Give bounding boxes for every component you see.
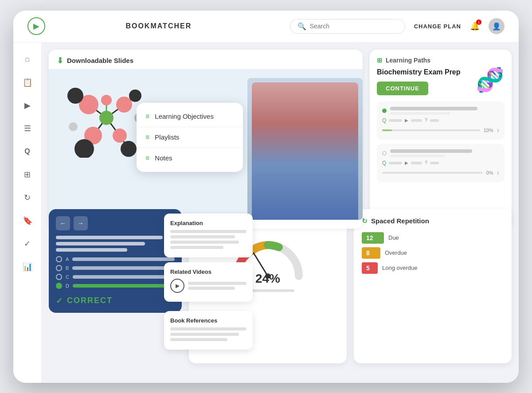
svg-point-11 [116, 97, 132, 113]
sidebar-item-check[interactable]: ✓ [18, 234, 37, 253]
related-videos-card: Related Videos ▶ [164, 262, 253, 302]
option-label-d: D [66, 283, 69, 288]
notes-label: Notes [155, 154, 172, 162]
learning-paths-panel: ⊞ Learning Paths Biochemistry Exam Prep … [370, 50, 512, 229]
sr-overdue-label: Overdue [385, 249, 407, 256]
main-layout: ⌂ 📋 ▶ ☰ Q ⊞ ↻ 🔖 ✓ 📊 ⬇ Downloadable Slide… [13, 43, 519, 383]
search-bar[interactable]: 🔍 [290, 19, 405, 34]
correct-badge: ✓ CORRECT [56, 296, 175, 306]
quiz-question-lines [56, 236, 175, 252]
option-circle-c [56, 274, 62, 280]
explanation-line-1 [170, 230, 246, 233]
sr-overdue-bar: 8 [362, 247, 380, 259]
path-item-1[interactable]: Q ▶ ? [377, 101, 505, 140]
book-line-3 [170, 338, 227, 341]
professor-figure [252, 82, 358, 220]
quiz-next-button[interactable]: → [74, 216, 88, 230]
dna-illustration: 🧬 [476, 66, 505, 93]
change-plan-button[interactable]: CHANGE PLAN [414, 23, 461, 30]
sidebar-item-quiz[interactable]: Q [18, 142, 37, 161]
sidebar-item-bookmark[interactable]: 🔖 [18, 211, 37, 230]
option-label-c: C [66, 274, 69, 280]
svg-point-20 [69, 122, 78, 131]
professor-image [247, 78, 363, 220]
path-progress-fill-1 [382, 129, 392, 131]
sidebar-item-list[interactable]: ☰ [18, 119, 37, 138]
menu-item-playlists[interactable]: ≡ Playlists [137, 127, 243, 148]
svg-point-16 [129, 89, 141, 102]
option-label-a: A [66, 257, 69, 262]
spaced-repetition-label: Spaced Repetition [371, 217, 429, 225]
option-line-d [73, 284, 175, 288]
quiz-options: A B C [56, 256, 175, 289]
quiz-option-d[interactable]: D [56, 283, 175, 289]
sr-long-overdue-count: 5 [366, 265, 370, 272]
sr-bar-long-overdue: 5 Long overdue [362, 262, 504, 274]
playlist-icon: ≡ [145, 133, 149, 141]
quiz-option-b[interactable]: B [56, 265, 175, 271]
path-progress-label-2: 0% [486, 170, 493, 175]
path-item-2[interactable]: Q ▶ ? [377, 144, 505, 182]
quiz-option-a[interactable]: A [56, 256, 175, 262]
search-input[interactable] [310, 23, 398, 30]
gauge-percentage: 24% [255, 272, 280, 286]
sidebar-item-video[interactable]: ▶ [18, 96, 37, 115]
svg-point-14 [101, 95, 112, 105]
video-header: ⬇ Downloadable Slides [49, 50, 363, 69]
top-nav: ▶ BOOKMATCHER 🔍 CHANGE PLAN 🔔 1 👤 [13, 11, 519, 43]
svg-point-17 [74, 139, 94, 158]
notes-icon: ≡ [145, 154, 149, 162]
video-section: ⬇ Downloadable Slides [42, 43, 519, 229]
explanation-line-4 [170, 246, 223, 249]
path-icons-row-1: Q ▶ ? [382, 117, 499, 124]
device-frame: ▶ BOOKMATCHER 🔍 CHANGE PLAN 🔔 1 👤 ⌂ 📋 ▶ … [13, 11, 519, 383]
chevron-right-1: › [497, 126, 499, 134]
quiz-prev-button[interactable]: ← [56, 216, 70, 230]
option-label-b: B [66, 265, 69, 271]
course-title: Biochemistry Exam Prep [377, 68, 461, 76]
chevron-right-2: › [497, 169, 499, 177]
path-icons-row-2: Q ▶ ? [382, 160, 499, 166]
menu-item-notes[interactable]: ≡ Notes [137, 148, 243, 168]
book-references-title: Book References [170, 317, 246, 324]
sidebar-item-home[interactable]: ⌂ [18, 50, 37, 69]
learning-paths-label: Learning Paths [386, 57, 430, 64]
option-circle-b [56, 265, 62, 271]
video-card-title: Downloadable Slides [67, 57, 133, 64]
brand-name: BOOKMATCHER [27, 22, 290, 30]
notification-bell[interactable]: 🔔 1 [470, 21, 480, 31]
option-line-b [72, 266, 175, 270]
download-icon: ⬇ [57, 56, 63, 66]
sr-due-label: Due [388, 234, 399, 241]
content-area: ⬇ Downloadable Slides [42, 43, 519, 383]
continue-button[interactable]: CONTINUE [377, 82, 428, 95]
list-icon: ≡ [145, 113, 149, 121]
spaced-repetition-title: ↻ Spaced Repetition [362, 217, 504, 225]
quiz-option-c[interactable]: C [56, 274, 175, 280]
quiz-nav: ← → [56, 216, 175, 230]
path-dot-1 [382, 109, 387, 113]
sidebar-item-grid[interactable]: ⊞ [18, 165, 37, 184]
path-dot-2 [382, 151, 387, 156]
sr-due-bar: 12 [362, 232, 384, 244]
svg-point-18 [121, 141, 137, 157]
menu-item-learning-objectives[interactable]: ≡ Learning Objectives [137, 106, 243, 127]
book-references-card: Book References [164, 311, 253, 350]
option-circle-d [56, 283, 62, 289]
explanation-title: Explanation [170, 220, 246, 226]
explanation-line-2 [170, 235, 235, 238]
svg-point-15 [67, 88, 83, 104]
sidebar-item-chart[interactable]: 📊 [18, 257, 37, 276]
user-avatar[interactable]: 👤 [489, 18, 505, 34]
svg-point-9 [99, 111, 113, 125]
video-line-1 [188, 282, 246, 285]
sr-bar-overdue: 8 Overdue [362, 247, 504, 259]
play-button-small[interactable]: ▶ [170, 279, 184, 293]
sidebar-item-docs[interactable]: 📋 [18, 73, 37, 92]
option-line-a [72, 257, 175, 261]
sidebar: ⌂ 📋 ▶ ☰ Q ⊞ ↻ 🔖 ✓ 📊 [13, 43, 42, 383]
nav-right: CHANGE PLAN 🔔 1 👤 [414, 18, 505, 34]
sidebar-item-refresh[interactable]: ↻ [18, 188, 37, 207]
sr-due-count: 12 [366, 234, 373, 241]
path-progress-label-1: 10% [484, 128, 493, 133]
